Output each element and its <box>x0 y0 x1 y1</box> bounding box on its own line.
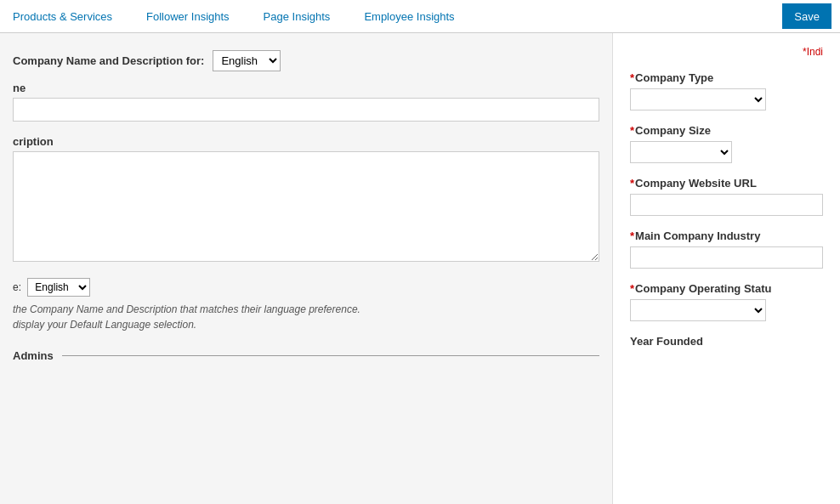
nav-page-insights[interactable]: Page Insights <box>259 0 335 32</box>
main-content: Company Name and Description for: Englis… <box>0 33 840 504</box>
year-founded-group: Year Founded <box>630 335 823 348</box>
company-size-group: Company Size <box>630 124 823 163</box>
company-description-textarea[interactable] <box>13 151 599 262</box>
company-industry-group: Main Company Industry <box>630 229 823 269</box>
company-type-label: Company Type <box>630 71 823 84</box>
company-website-label: Company Website URL <box>630 177 823 190</box>
left-panel: Company Name and Description for: Englis… <box>0 33 612 504</box>
company-size-select[interactable] <box>630 141 732 163</box>
company-status-label: Company Operating Statu <box>630 282 823 295</box>
company-name-input[interactable] <box>13 98 599 122</box>
company-name-label: Company Name and Description for: <box>13 54 204 67</box>
description-field-label: cription <box>13 135 599 148</box>
description-field-group: cription <box>13 135 599 264</box>
company-type-select[interactable] <box>630 88 766 110</box>
required-note: *Indi <box>630 46 823 58</box>
company-status-group: Company Operating Statu <box>630 282 823 321</box>
company-industry-label: Main Company Industry <box>630 229 823 242</box>
company-industry-input[interactable] <box>630 246 823 269</box>
admins-section: Admins <box>13 349 599 362</box>
language-dropdown[interactable]: English French German Spanish Chinese <box>213 50 281 71</box>
company-website-group: Company Website URL <box>630 177 823 216</box>
year-founded-label: Year Founded <box>630 335 823 348</box>
lang-note-line2: display your Default Language selection. <box>13 317 599 332</box>
company-status-select[interactable] <box>630 299 766 321</box>
lang-note-line1: the Company Name and Description that ma… <box>13 302 599 317</box>
right-panel: *Indi Company Type Company Size Company … <box>612 33 840 504</box>
admins-label: Admins <box>13 349 54 362</box>
default-lang-prefix: e: <box>13 281 21 293</box>
nav-products-services[interactable]: Products & Services <box>9 0 116 32</box>
company-website-input[interactable] <box>630 194 823 216</box>
name-field-label: ne <box>13 82 599 94</box>
default-language-section: e: English French German <box>13 278 599 297</box>
default-language-select[interactable]: English French German <box>27 278 90 297</box>
language-note: the Company Name and Description that ma… <box>13 302 599 332</box>
company-type-group: Company Type <box>630 71 823 110</box>
top-right-actions: Save <box>782 3 831 29</box>
nav-follower-insights[interactable]: Follower Insights <box>142 0 234 32</box>
company-size-label: Company Size <box>630 124 823 137</box>
company-name-section-header: Company Name and Description for: Englis… <box>13 50 599 71</box>
name-field-group: ne <box>13 82 599 122</box>
nav-employee-insights[interactable]: Employee Insights <box>360 0 458 32</box>
admins-divider <box>62 355 599 356</box>
save-button[interactable]: Save <box>782 3 831 29</box>
top-navigation: Products & Services Follower Insights Pa… <box>0 0 840 33</box>
